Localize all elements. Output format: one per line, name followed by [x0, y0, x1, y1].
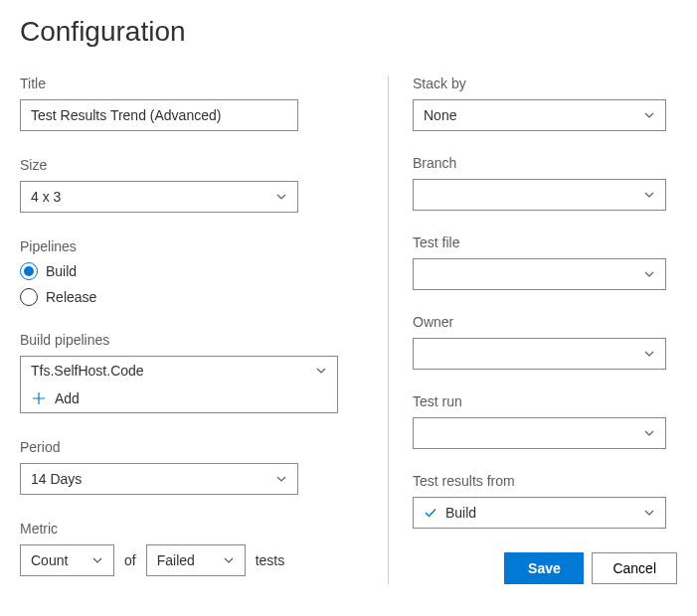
size-select[interactable]: 4 x 3	[20, 181, 298, 213]
chevron-down-icon	[91, 554, 103, 566]
stack-by-select[interactable]: None	[413, 99, 666, 131]
metric-of-label: of	[124, 552, 136, 568]
stack-by-label: Stack by	[413, 76, 677, 91]
test-run-select[interactable]	[413, 417, 666, 449]
metric-status-select[interactable]: Failed	[146, 544, 246, 576]
title-input[interactable]	[20, 99, 298, 131]
chevron-down-icon	[643, 268, 655, 280]
pipelines-label: Pipelines	[20, 238, 364, 254]
metric-label: Metric	[20, 521, 364, 537]
pipelines-radio-release[interactable]: Release	[20, 288, 364, 306]
chevron-down-icon	[643, 109, 655, 121]
metric-count-value: Count	[31, 552, 91, 568]
test-results-from-value: Build	[445, 505, 643, 521]
owner-label: Owner	[413, 314, 677, 330]
stack-by-value: None	[424, 107, 643, 123]
radio-unchecked-icon	[20, 288, 38, 306]
build-pipelines-value: Tfs.SelfHost.Code	[31, 363, 315, 379]
check-icon	[424, 506, 437, 520]
test-run-label: Test run	[413, 393, 677, 409]
chevron-down-icon	[643, 189, 655, 201]
pipelines-option-release-label: Release	[46, 289, 96, 305]
branch-label: Branch	[413, 155, 677, 171]
build-pipelines-label: Build pipelines	[20, 332, 364, 348]
pipelines-radio-build[interactable]: Build	[20, 262, 364, 280]
test-file-label: Test file	[413, 234, 677, 250]
test-results-from-label: Test results from	[413, 473, 677, 489]
save-button[interactable]: Save	[504, 552, 584, 584]
metric-count-select[interactable]: Count	[20, 544, 114, 576]
pipelines-option-build-label: Build	[46, 263, 77, 279]
test-file-select[interactable]	[413, 258, 666, 290]
chevron-down-icon	[643, 507, 655, 519]
branch-select[interactable]	[413, 179, 666, 211]
period-label: Period	[20, 439, 364, 455]
build-pipelines-box: Tfs.SelfHost.Code Add	[20, 356, 338, 413]
title-label: Title	[20, 76, 364, 91]
test-results-from-select[interactable]: Build	[413, 497, 666, 529]
owner-select[interactable]	[413, 338, 666, 370]
metric-status-value: Failed	[157, 552, 223, 568]
period-value: 14 Days	[31, 471, 275, 487]
add-pipeline-label: Add	[55, 390, 80, 406]
chevron-down-icon	[275, 191, 287, 203]
chevron-down-icon	[223, 554, 235, 566]
chevron-down-icon	[643, 427, 655, 439]
period-select[interactable]: 14 Days	[20, 463, 298, 495]
radio-checked-icon	[20, 262, 38, 280]
page-title: Configuration	[20, 16, 677, 48]
plus-icon	[31, 390, 47, 406]
build-pipelines-select[interactable]: Tfs.SelfHost.Code	[21, 357, 337, 385]
cancel-button[interactable]: Cancel	[592, 552, 677, 584]
chevron-down-icon	[275, 473, 287, 485]
chevron-down-icon	[643, 348, 655, 360]
size-value: 4 x 3	[31, 189, 275, 205]
size-label: Size	[20, 157, 364, 173]
chevron-down-icon	[315, 365, 327, 377]
add-pipeline-button[interactable]: Add	[21, 385, 337, 412]
metric-tests-label: tests	[256, 552, 285, 568]
